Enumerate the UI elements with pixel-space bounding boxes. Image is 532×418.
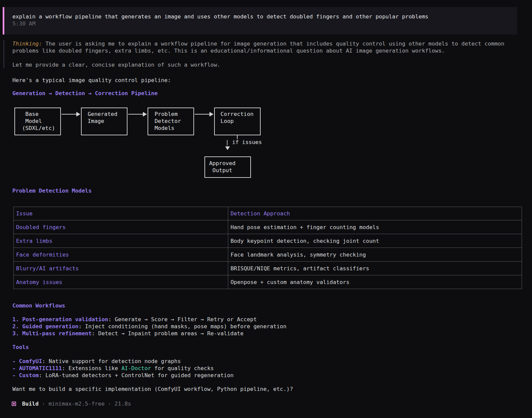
- list-item: - Custom: LoRA-tuned detectors + Control…: [12, 372, 234, 379]
- col-header-approach: Detection Approach: [228, 207, 522, 220]
- list-item-text: : Extensions like: [62, 365, 121, 371]
- cell-issue: Blurry/AI artifacts: [14, 262, 228, 275]
- diagram-box-problem-detector-label: Problem Detector Models: [148, 108, 193, 132]
- tools-heading: Tools: [12, 344, 29, 351]
- diagram-box-base-model: Base Model (SDXL/etc): [14, 108, 61, 135]
- table-row: Anatomy issues Openpose + custom anatomy…: [14, 275, 522, 289]
- list-item-keyword: - AUTOMATIC1111: [12, 365, 62, 371]
- tools-list: - ComfyUI: Native support for detection …: [12, 358, 234, 379]
- table-heading: Problem Detection Models: [12, 187, 92, 194]
- workflows-heading: Common Workflows: [12, 302, 65, 309]
- list-item-keyword: Post-generation validation: [22, 316, 108, 323]
- user-message-timestamp: 5:30 AM: [12, 20, 509, 27]
- cell-approach: Hand pose estimation + finger counting m…: [228, 220, 522, 234]
- cell-issue: Extra limbs: [14, 234, 228, 248]
- list-item-text: : Inject conditioning (hand masks, pose …: [78, 323, 286, 330]
- diagram-box-generated-image: Generated Image: [81, 108, 127, 135]
- list-item: - AUTOMATIC1111: Extensions like AI-Doct…: [12, 365, 234, 372]
- down-arrow-icon: [225, 146, 230, 150]
- thinking-paragraph: Thinking: The user is asking me to expla…: [12, 40, 517, 54]
- list-item-number: 3.: [12, 330, 22, 337]
- diagram-box-base-model-label: Base Model (SDXL/etc): [15, 108, 60, 132]
- status-duration: 21.8s: [114, 401, 131, 407]
- cell-issue: Face deformities: [14, 248, 228, 262]
- flow-arrow-icon: [62, 112, 80, 117]
- diagram-box-approved-output-label: Approved Output: [205, 157, 250, 174]
- cell-issue: Anatomy issues: [14, 275, 228, 289]
- list-item: 3. Multi-pass refinement: Detect → Inpai…: [12, 330, 286, 337]
- diagram-box-approved-output: Approved Output: [204, 156, 251, 178]
- diagram-box-correction-loop-label: Correction Loop: [215, 108, 260, 125]
- table-row: Face deformities Face landmark analysis,…: [14, 248, 522, 262]
- list-item-text: : Detect → Inpaint problem areas → Re-va…: [92, 330, 244, 337]
- flow-arrow-icon: [195, 112, 213, 117]
- thinking-body: The user is asking me to explain a workf…: [12, 41, 504, 54]
- list-item-keyword: Multi-pass refinement: [22, 330, 92, 337]
- if-issues-label: | if issues: [226, 139, 262, 146]
- user-message: explain a workflow pipeline that generat…: [3, 7, 517, 34]
- cell-approach: Body keypoint detection, checking joint …: [228, 234, 522, 248]
- thinking-block: Thinking: The user is asking me to expla…: [3, 40, 517, 68]
- status-bar: Build · minimax-m2.5-free · 21.8s: [22, 400, 131, 407]
- cell-approach: Face landmark analysis, symmetry checkin…: [228, 248, 522, 262]
- user-message-text: explain a workflow pipeline that generat…: [12, 13, 509, 20]
- list-item-text: for quality checks: [151, 365, 214, 371]
- closing-question: Want me to build a specific implementati…: [12, 386, 293, 393]
- list-item-keyword: Guided generation: [22, 323, 79, 330]
- diagram-box-generated-image-label: Generated Image: [82, 108, 127, 125]
- list-item-text: : LoRA-tuned detectors + ControlNet for …: [39, 372, 234, 378]
- pipeline-heading: Generation → Detection → Correction Pipe…: [12, 90, 158, 97]
- list-item: 1. Post-generation validation: Generate …: [12, 316, 286, 323]
- flow-arrow-icon: [128, 112, 147, 117]
- table-row: Doubled fingers Hand pose estimation + f…: [14, 220, 522, 234]
- build-status-icon-dot: [13, 403, 15, 405]
- table-row: Extra limbs Body keypoint detection, che…: [14, 234, 522, 248]
- thinking-followup: Let me provide a clear, concise explanat…: [12, 61, 517, 68]
- status-action: Build: [22, 401, 38, 407]
- build-status-icon: [12, 402, 16, 406]
- intro-line: Here's a typical image quality control p…: [12, 77, 171, 84]
- cell-issue: Doubled fingers: [14, 220, 228, 234]
- chat-transcript: explain a workflow pipeline that generat…: [0, 0, 532, 418]
- list-item: 2. Guided generation: Inject conditionin…: [12, 323, 286, 330]
- list-item-highlight: AI-Doctor: [121, 365, 151, 371]
- workflows-list: 1. Post-generation validation: Generate …: [12, 316, 286, 337]
- table-row: Blurry/AI artifacts BRISQUE/NIQE metrics…: [14, 262, 522, 275]
- list-item-keyword: - Custom: [12, 372, 39, 378]
- diagram-box-correction-loop: Correction Loop: [214, 108, 261, 135]
- table-header-row: Issue Detection Approach: [14, 207, 522, 220]
- list-item-number: 2.: [12, 323, 22, 330]
- thinking-label: Thinking:: [12, 41, 42, 47]
- cell-approach: Openpose + custom anatomy validators: [228, 275, 522, 289]
- cell-approach: BRISQUE/NIQE metrics, artifact classifie…: [228, 262, 522, 275]
- list-item: - ComfyUI: Native support for detection …: [12, 358, 234, 365]
- status-separator: ·: [105, 401, 115, 407]
- status-model: minimax-m2.5-free: [49, 401, 105, 407]
- list-item-text: : Generate → Score → Filter → Retry or A…: [108, 316, 257, 323]
- list-item-number: 1.: [12, 316, 22, 323]
- diagram-box-problem-detector: Problem Detector Models: [148, 108, 194, 135]
- list-item-keyword: - ComfyUI: [12, 358, 42, 364]
- list-item-text: : Native support for detection node grap…: [42, 358, 181, 364]
- status-separator: ·: [38, 401, 49, 407]
- detection-table: Issue Detection Approach Doubled fingers…: [13, 207, 522, 289]
- col-header-issue: Issue: [14, 207, 228, 220]
